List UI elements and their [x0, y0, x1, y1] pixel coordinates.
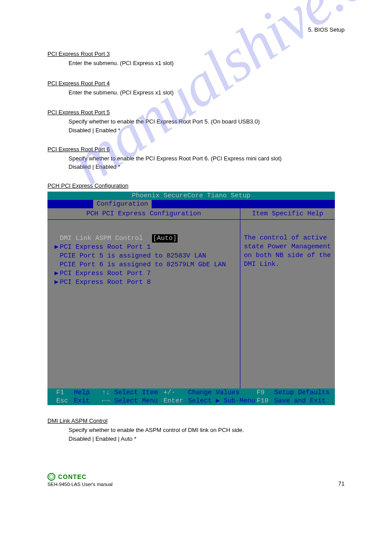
label-change-values: Change Values [188, 388, 257, 397]
options-root-port-5: Disabled | Enabled * [69, 127, 345, 134]
submenu-marker-icon: ▶ [54, 278, 60, 287]
bios-row-port1[interactable]: ▶ PCI Express Root Port 1 [54, 243, 240, 251]
footer-doc-title: SEH-9450-LAS User's manual [47, 482, 345, 487]
heading-root-port-4: PCI Express Root Port 4 [47, 80, 345, 87]
key-f1: F1 [56, 388, 74, 397]
bios-title: Phoenix SecureCore Tiano Setup [47, 192, 335, 200]
note-text: (PCI Express mini card slot) [209, 155, 282, 162]
bios-right-title: Item Specific Help [240, 208, 335, 220]
page-number: 71 [338, 480, 345, 487]
submenu-marker-icon: ▶ [54, 243, 60, 251]
bios-row-port7[interactable]: ▶ PCI Express Root Port 7 [54, 269, 240, 278]
label-help: Help [74, 388, 102, 397]
submenu-marker-icon: ▶ [54, 269, 60, 278]
bios-footer-row-2: Esc Exit ←→ Select Menu Enter Select ▶ S… [47, 397, 335, 405]
row-label: PCIE Port 6 is assigned to 82579LM GbE L… [60, 261, 240, 269]
key-updown: ↑↓ [102, 388, 114, 397]
label-select-menu: Select Menu [114, 397, 163, 405]
body-root-port-4: Enter the submenu. (PCI Express x1 slot) [69, 88, 345, 97]
label-save-exit: Save and Exit [274, 397, 326, 405]
body-root-port-6: Specify whether to enable the PCI Expres… [69, 154, 345, 163]
desc-text: Enter the submenu. [69, 60, 118, 66]
desc-text: Specify whether to enable the PCI Expres… [69, 155, 209, 162]
key-leftright: ←→ [102, 397, 114, 405]
heading-dmi-aspm: DMI Link ASPM Control [47, 417, 345, 424]
label-setup-defaults: Setup Defaults [274, 388, 330, 397]
bios-item-list: DMI Link ASPM Control [Auto] ▶ PCI Expre… [47, 220, 240, 287]
bios-right-panel: Item Specific Help The control of active… [240, 208, 335, 388]
heading-root-port-5: PCI Express Root Port 5 [47, 109, 345, 116]
key-f9: F9 [257, 388, 274, 397]
row-label: PCIE Port 5 is assigned to 82583V LAN [60, 252, 240, 260]
options-dmi-aspm: Disabled | Enabled | Auto * [69, 435, 345, 442]
bios-footer: F1 Help ↑↓ Select Item +/- Change Values… [47, 388, 335, 405]
label-select-submenu: Select ▶ Sub-Menu [188, 397, 257, 405]
desc-text: Specify whether to enable the PCI Expres… [69, 118, 209, 125]
row-label: PCI Express Root Port 8 [60, 278, 240, 287]
note-text: (PCI Express x1 slot) [118, 89, 174, 96]
body-root-port-5: Specify whether to enable the PCI Expres… [69, 117, 345, 126]
row-label: PCI Express Root Port 7 [60, 269, 240, 278]
bios-row-dmi-aspm[interactable]: DMI Link ASPM Control [Auto] [54, 234, 240, 243]
page-footer: CONTEC [47, 473, 345, 481]
bios-tab-bar: Configuration [47, 200, 335, 208]
desc-text: Enter the submenu. [69, 89, 118, 96]
key-enter: Enter [163, 397, 188, 405]
chapter-label: 5. BIOS Setup [47, 26, 345, 33]
bios-tab-configuration[interactable]: Configuration [93, 200, 152, 208]
bios-help-text: The control of active state Power Manage… [240, 220, 335, 269]
bios-footer-row-1: F1 Help ↑↓ Select Item +/- Change Values… [47, 388, 335, 397]
key-plusminus: +/- [163, 388, 188, 397]
contec-logo-text: CONTEC [58, 473, 87, 480]
body-dmi-aspm: Specify whether to enable the ASPM contr… [69, 426, 345, 435]
note-text: (PCI Express x1 slot) [118, 60, 174, 66]
heading-pch-config: PCH PCI Express Configuration [47, 182, 345, 189]
body-root-port-3: Enter the submenu. (PCI Express x1 slot) [69, 59, 345, 68]
note-text: (On board USB3.0) [209, 118, 260, 125]
bios-left-title: PCH PCI Express Configuration [47, 208, 240, 220]
bios-row-port6-info: PCIE Port 6 is assigned to 82579LM GbE L… [54, 260, 240, 269]
bios-left-panel: PCH PCI Express Configuration DMI Link A… [47, 208, 240, 388]
row-label: PCI Express Root Port 1 [60, 243, 240, 251]
row-value[interactable]: [Auto] [152, 234, 178, 243]
key-f10: F10 [257, 397, 274, 405]
key-esc: Esc [56, 397, 74, 405]
contec-logo-icon [47, 473, 55, 481]
bios-row-port8[interactable]: ▶ PCI Express Root Port 8 [54, 278, 240, 287]
label-exit: Exit [74, 397, 102, 405]
bios-row-port5-info: PCIE Port 5 is assigned to 82583V LAN [54, 251, 240, 260]
label-select-item: Select Item [114, 388, 163, 397]
heading-root-port-3: PCI Express Root Port 3 [47, 51, 345, 57]
row-label: DMI Link ASPM Control [60, 234, 152, 243]
options-root-port-6: Disabled | Enabled * [69, 163, 345, 170]
heading-root-port-6: PCI Express Root Port 6 [47, 146, 345, 152]
bios-screenshot: Phoenix SecureCore Tiano Setup Configura… [47, 192, 335, 405]
